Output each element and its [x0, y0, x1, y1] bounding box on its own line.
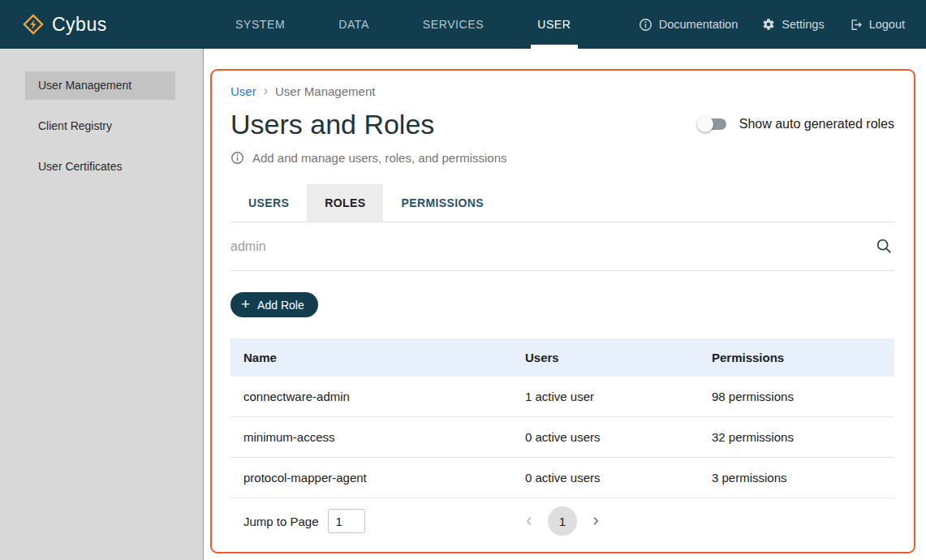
sidebar-item-user-certificates[interactable]: User Certificates	[25, 153, 175, 181]
prev-page-button[interactable]	[518, 510, 541, 532]
cell-role-users: 0 active users	[525, 430, 712, 444]
tab-roles[interactable]: ROLES	[307, 184, 383, 222]
add-role-button[interactable]: + Add Role	[230, 292, 318, 317]
info-circle-icon	[230, 151, 244, 165]
logout-label: Logout	[869, 18, 905, 31]
page-subtitle: Add and manage users, roles, and permiss…	[252, 151, 507, 165]
table-row[interactable]: protocol-mapper-agent 0 active users 3 p…	[230, 458, 894, 498]
top-navbar: Cybus SYSTEM DATA SERVICES USER Document…	[0, 0, 926, 49]
header-name: Name	[243, 351, 525, 364]
table-footer: Jump to Page 1	[230, 498, 894, 544]
breadcrumb-separator-icon	[264, 84, 268, 98]
tab-permissions[interactable]: PERMISSIONS	[383, 184, 502, 222]
cell-role-permissions: 32 permissions	[712, 430, 894, 444]
nav-utilities: Documentation Settings Logout	[639, 18, 905, 32]
sidebar-item-user-management[interactable]: User Management	[25, 71, 175, 100]
documentation-label: Documentation	[659, 18, 739, 31]
breadcrumb-link-user[interactable]: User	[230, 84, 256, 98]
header-permissions: Permissions	[712, 351, 894, 364]
chevron-right-icon	[588, 514, 603, 528]
auto-roles-toggle-group: Show auto generated roles	[697, 116, 894, 132]
subtitle-row: Add and manage users, roles, and permiss…	[230, 151, 894, 165]
page-title: Users and Roles	[230, 106, 434, 143]
cell-role-permissions: 3 permissions	[712, 471, 894, 485]
settings-label: Settings	[782, 18, 824, 31]
cell-role-name: protocol-mapper-agent	[243, 471, 525, 485]
jump-to-page-input[interactable]	[328, 509, 365, 533]
title-row: Users and Roles Show auto generated role…	[230, 106, 894, 143]
roles-table: Name Users Permissions connectware-admin…	[230, 338, 894, 544]
settings-link[interactable]: Settings	[762, 18, 824, 31]
cybus-diamond-icon	[23, 14, 44, 35]
sidebar: User Management Client Registry User Cer…	[0, 49, 204, 560]
brand-name: Cybus	[52, 14, 107, 36]
tab-users[interactable]: USERS	[230, 184, 307, 222]
documentation-link[interactable]: Documentation	[639, 18, 739, 32]
nav-item-data[interactable]: DATA	[338, 0, 369, 49]
breadcrumb-current: User Management	[275, 84, 375, 98]
brand-logo-group[interactable]: Cybus	[23, 14, 182, 36]
pagination: 1	[518, 506, 607, 536]
chevron-left-icon	[522, 514, 536, 528]
sidebar-item-client-registry[interactable]: Client Registry	[25, 112, 175, 140]
toggle-knob	[697, 116, 713, 132]
gear-icon	[762, 18, 775, 31]
info-circle-icon	[639, 18, 653, 32]
search-input[interactable]	[230, 222, 894, 270]
cell-role-name: minimum-access	[243, 430, 525, 444]
breadcrumb: User User Management	[230, 81, 894, 101]
nav-item-user[interactable]: USER	[537, 0, 571, 49]
tab-bar: USERS ROLES PERMISSIONS	[230, 184, 894, 222]
users-roles-panel: User User Management Users and Roles Sho…	[210, 69, 915, 554]
table-row[interactable]: connectware-admin 1 active user 98 permi…	[230, 377, 894, 417]
jump-to-page-label: Jump to Page	[243, 515, 319, 528]
primary-nav: SYSTEM DATA SERVICES USER	[235, 0, 571, 49]
nav-item-services[interactable]: SERVICES	[423, 0, 484, 49]
auto-roles-toggle-label: Show auto generated roles	[739, 117, 894, 131]
logout-icon	[849, 18, 863, 32]
search-icon[interactable]	[875, 237, 893, 255]
logout-link[interactable]: Logout	[849, 18, 905, 32]
cell-role-users: 0 active users	[525, 471, 712, 485]
main-content: User User Management Users and Roles Sho…	[204, 49, 926, 560]
next-page-button[interactable]	[584, 510, 607, 532]
cell-role-users: 1 active user	[525, 390, 712, 403]
header-users: Users	[525, 351, 712, 364]
auto-roles-toggle[interactable]	[697, 116, 728, 132]
nav-item-system[interactable]: SYSTEM	[235, 0, 285, 49]
cell-role-permissions: 98 permissions	[712, 390, 894, 403]
table-header-row: Name Users Permissions	[230, 338, 894, 377]
search-row	[230, 222, 894, 271]
current-page-button[interactable]: 1	[548, 506, 577, 536]
table-row[interactable]: minimum-access 0 active users 32 permiss…	[230, 417, 894, 458]
plus-icon: +	[241, 296, 250, 312]
cell-role-name: connectware-admin	[243, 390, 525, 403]
add-role-label: Add Role	[257, 299, 304, 312]
